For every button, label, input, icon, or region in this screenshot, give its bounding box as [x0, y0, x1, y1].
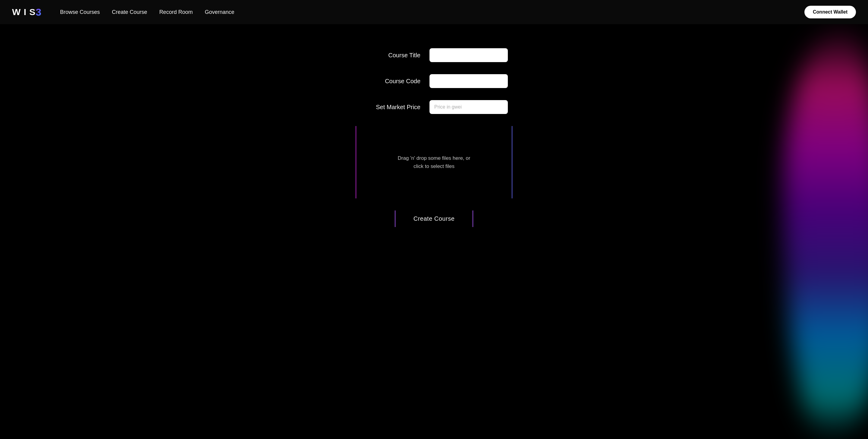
course-code-row: Course Code: [329, 74, 539, 88]
main-content: Course Title Course Code Set Market Pric…: [0, 24, 868, 439]
course-code-label: Course Code: [360, 78, 421, 85]
nav-item-record-room[interactable]: Record Room: [159, 9, 193, 16]
course-code-input[interactable]: [430, 74, 508, 88]
course-title-row: Course Title: [329, 48, 539, 62]
logo-num: 3: [36, 6, 42, 18]
connect-wallet-button[interactable]: Connect Wallet: [804, 6, 856, 19]
set-market-price-row: Set Market Price: [329, 100, 539, 114]
course-title-label: Course Title: [360, 52, 421, 59]
logo: W I S 3: [12, 6, 42, 18]
create-course-wrapper: Create Course: [329, 210, 539, 227]
logo-text: W I S: [12, 7, 36, 17]
nav-item-browse-courses[interactable]: Browse Courses: [60, 9, 100, 16]
file-dropzone[interactable]: Drag 'n' drop some files here, orclick t…: [355, 126, 513, 198]
create-course-form: Course Title Course Code Set Market Pric…: [329, 48, 539, 227]
create-course-button[interactable]: Create Course: [395, 210, 473, 227]
nav-item-create-course[interactable]: Create Course: [112, 9, 147, 16]
set-market-price-label: Set Market Price: [360, 104, 421, 111]
nav-links: Browse Courses Create Course Record Room…: [60, 9, 804, 16]
market-price-input[interactable]: [430, 100, 508, 114]
browse-courses-link[interactable]: Browse Courses: [60, 9, 100, 15]
navbar: W I S 3 Browse Courses Create Course Rec…: [0, 0, 868, 24]
dropzone-wrapper: Drag 'n' drop some files here, orclick t…: [329, 126, 539, 198]
course-title-input[interactable]: [430, 48, 508, 62]
create-course-link[interactable]: Create Course: [112, 9, 147, 15]
nav-item-governance[interactable]: Governance: [205, 9, 234, 16]
dropzone-text: Drag 'n' drop some files here, orclick t…: [398, 154, 470, 170]
record-room-link[interactable]: Record Room: [159, 9, 193, 15]
governance-link[interactable]: Governance: [205, 9, 234, 15]
